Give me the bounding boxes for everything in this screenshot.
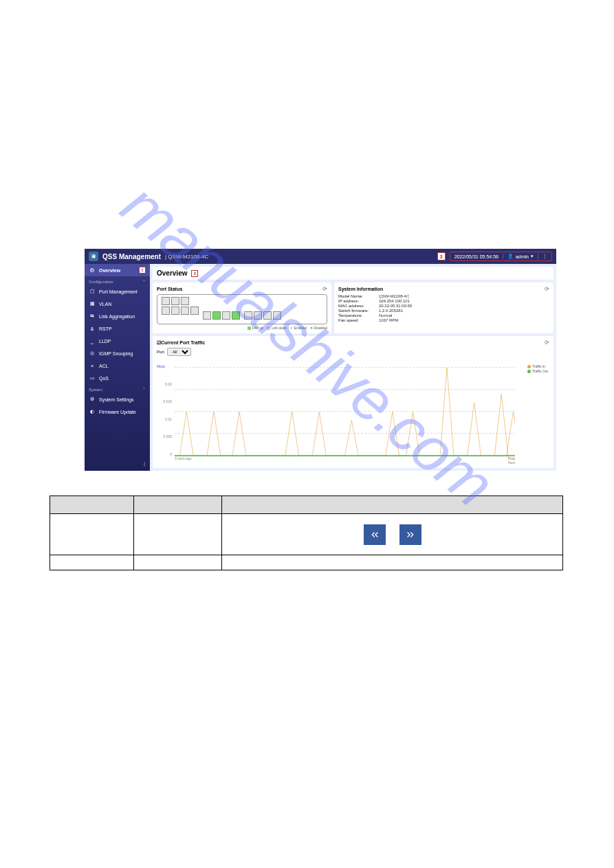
content-area: Overview 2 Port Status ⟳ [150,264,556,471]
sysinfo-row-mac: MAC address:20:22:05:31:09:50 [338,304,549,308]
chart-x-axis: 3 mins ago Time Now [175,456,515,465]
legend-disabled: ✕ Disabled [310,326,327,330]
sidebar-item-label: Link Aggregation [99,314,135,319]
igmp-icon: ◎ [89,350,96,357]
port-cell[interactable] [203,311,211,320]
table-cell [50,555,134,570]
port-group-main2 [244,311,281,320]
section-label: System [89,388,102,392]
y-tick: 0.005 [157,434,172,438]
port-cell[interactable] [181,297,189,305]
collapse-sidebar-button[interactable]: 《 [85,458,150,471]
legend-linkdown: Link down [272,326,287,330]
port-filter-select[interactable]: All [167,348,191,356]
chevron-double-left-icon [369,529,380,540]
device-model-label: | QSW-M2108-4C [165,254,208,260]
table-cell [134,514,222,555]
app-title: QSS Management [102,253,161,260]
collapse-icon: 《 [141,462,146,467]
refresh-icon[interactable]: ⟳ [545,340,549,346]
topbar-annotated-group: 2022/05/31 05:54:58 👤 admin ▾ ⋮ [450,252,552,261]
sidebar-item-overview[interactable]: ◴ Overview 1 [85,264,150,276]
table-row [50,514,563,555]
chevron-up-icon: ⌃ [142,387,146,392]
sidebar-section-system[interactable]: System ⌃ [85,384,150,393]
port-cell-up[interactable] [212,311,221,320]
table-cell [50,514,134,555]
sidebar-item-lldp[interactable]: ⎯ LLDP [85,335,150,347]
x-tick-now: Now [508,460,515,465]
table-cell [222,555,563,570]
legend-enabled: ✓ Enabled [290,326,307,330]
port-legend: Link up Link down ✓ Enabled ✕ Disabled [157,326,327,330]
port-cell-empty [190,297,199,305]
user-menu[interactable]: 👤 admin ▾ [503,254,538,259]
y-unit-label: Mbps [157,364,172,368]
port-cell[interactable] [171,307,179,315]
port-cell[interactable] [171,297,179,305]
user-icon: 👤 [507,254,514,259]
sidebar-item-firmware-update[interactable]: ◐ Firmware Update [85,405,150,418]
legend-traffic-out: Traffic Out [532,369,548,373]
traffic-controls: Port All [157,348,549,356]
sidebar-item-label: ACL [99,364,109,368]
tree-icon: & [89,325,96,332]
sidebar-item-label: VLAN [99,302,111,307]
port-group-sfp [162,297,199,320]
refresh-icon[interactable]: ⟳ [322,286,327,292]
sidebar-item-qos[interactable]: ▭ QoS [85,372,150,384]
refresh-icon[interactable]: ⟳ [545,286,549,292]
sidebar-item-rstp[interactable]: & RSTP [85,322,150,335]
gear-icon: ⚙ [89,396,96,403]
next-page-button[interactable] [399,524,421,545]
sidebar-item-vlan[interactable]: ▦ VLAN [85,298,150,310]
port-cell[interactable] [190,307,199,315]
traffic-line-svg [175,368,515,456]
documentation-table [50,496,563,570]
sidebar-item-link-aggregation[interactable]: ⇆ Link Aggregation [85,310,150,322]
section-label: Configuration [89,280,113,284]
page-header: Overview 2 [153,267,553,280]
table-cell [134,555,222,570]
port-cell[interactable] [273,311,281,320]
more-menu-button[interactable]: ⋮ [538,254,551,259]
caret-down-icon: ▾ [531,254,534,259]
update-icon: ◐ [89,408,96,415]
sidebar-item-label: RSTP [99,326,112,331]
table-header-3 [222,496,563,514]
port-cell[interactable] [263,311,272,320]
port-cell[interactable] [162,307,170,315]
legend-linkup: Link up [252,326,263,330]
panel-title-label: Port Status [157,287,182,291]
port-cell[interactable] [254,311,262,320]
port-status-panel: Port Status ⟳ [153,282,331,333]
table-cell-nav [222,514,563,555]
sidebar-item-label: LLDP [99,339,111,344]
table-row [50,555,563,570]
sidebar-item-port-management[interactable]: ▢ Port Management [85,285,150,298]
traffic-chart: Mbps 0.02 0.015 0.01 0.005 0 [157,357,549,465]
grid-icon: ▦ [89,300,96,307]
sidebar-section-configuration[interactable]: Configuration ⌃ [85,276,150,285]
sidebar-item-acl[interactable]: ≡ ACL [85,359,150,372]
port-cell-up[interactable] [232,311,240,320]
datetime-display: 2022/05/31 05:54:58 [450,254,503,259]
qos-icon: ▭ [89,375,96,381]
panel-title-label: Current Port Traffic [161,340,205,345]
chevron-up-icon: ⌃ [142,279,146,284]
prev-page-button[interactable] [364,524,386,545]
sysinfo-value: 20:22:05:31:09:50 [379,304,412,308]
sidebar-item-igmp-snooping[interactable]: ◎ IGMP Snooping [85,347,150,359]
sidebar-item-label: Port Management [99,289,138,294]
sidebar-item-label: Firmware Update [99,410,136,414]
x-tick-left: 3 mins ago [175,456,191,465]
port-cell[interactable] [181,307,189,315]
port-cell[interactable] [222,311,230,320]
chart-legend: Traffic In Traffic Out [527,364,548,374]
sidebar-item-system-settings[interactable]: ⚙ System Settings [85,393,150,405]
port-filter-label: Port [157,350,164,354]
legend-traffic-in: Traffic In [532,364,545,368]
callout-marker-3: 3 [437,252,446,260]
port-cell[interactable] [244,311,252,320]
port-cell[interactable] [162,297,170,305]
